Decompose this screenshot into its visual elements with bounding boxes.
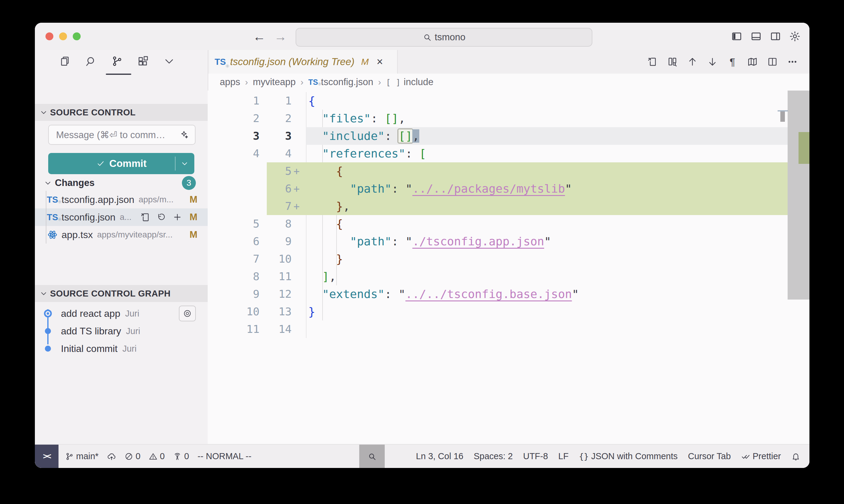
breadcrumb-item-apps[interactable]: apps (220, 77, 240, 88)
activity-source-control-icon[interactable] (111, 54, 123, 69)
status-item-prettier[interactable]: Prettier (741, 451, 781, 461)
status-item-0[interactable]: 0 (149, 451, 165, 461)
stage-icon[interactable] (172, 212, 182, 222)
code-line-4[interactable]: 44 "references": [ (208, 145, 809, 162)
open-changes-icon[interactable] (646, 55, 658, 69)
settings-gear-icon[interactable] (789, 30, 801, 43)
split-editor-icon[interactable] (767, 55, 778, 69)
nav-back-button[interactable]: ← (251, 28, 268, 45)
code-line-7[interactable]: 7+ }, (208, 197, 809, 215)
open-file-icon[interactable] (140, 212, 150, 222)
changes-section-header[interactable]: Changes 3 (35, 174, 208, 192)
breadcrumb-item-include[interactable]: [ ]include (386, 77, 433, 88)
tab-close-icon[interactable]: × (377, 55, 383, 68)
code-line-11[interactable]: 811 ], (208, 268, 809, 285)
status-item-main-[interactable]: main* (65, 451, 99, 461)
source-control-graph-header[interactable]: SOURCE CONTROL GRAPH (35, 285, 208, 302)
nav-forward-button[interactable]: → (272, 28, 289, 45)
commit-button[interactable]: Commit (48, 153, 194, 174)
status-item-0[interactable]: 0 (173, 451, 189, 461)
search-icon (423, 33, 432, 41)
commit-row-2[interactable]: add TS libraryJuri (35, 322, 208, 340)
commit-row-1[interactable]: add react appJuri (35, 305, 208, 322)
map-outline-icon[interactable] (746, 55, 758, 69)
tab-tsconfig-working-tree[interactable]: TS tsconfig.json (Working Tree) M × (209, 50, 398, 74)
editor-pane: 11{22 "files": [],33 "include": [],44 "r… (208, 91, 809, 445)
editor-tab-bar: TS tsconfig.json (Working Tree) M × ¶ (208, 50, 809, 74)
source-control-header[interactable]: SOURCE CONTROL (35, 104, 208, 121)
commit-message: Initial commit (61, 343, 118, 354)
activity-explorer-icon[interactable] (59, 54, 71, 69)
status-item-ln-3-col-16[interactable]: Ln 3, Col 16 (416, 451, 463, 461)
line-number-old: 5 (208, 215, 259, 233)
commit-dropdown-chevron[interactable] (179, 159, 190, 168)
line-number-new: 8 (262, 215, 292, 233)
command-center-search[interactable]: tsmono (296, 28, 592, 47)
code-line-5[interactable]: 5+ { (208, 162, 809, 180)
status-item-0[interactable]: 0 (125, 451, 140, 461)
discard-icon[interactable] (157, 212, 166, 222)
status-item-spaces-2[interactable]: Spaces: 2 (473, 451, 513, 461)
layout-sidebar-right-icon[interactable] (770, 30, 781, 43)
status-bar-left: main*000-- NORMAL -- (65, 445, 251, 468)
status-item-cloud-upload[interactable] (107, 452, 116, 461)
breadcrumb-separator: › (300, 77, 304, 87)
bell-icon (791, 452, 800, 461)
activity-search-icon[interactable] (85, 54, 97, 69)
status-item-cursor-tab[interactable]: Cursor Tab (688, 451, 730, 461)
previous-change-up-icon[interactable] (686, 55, 699, 69)
modified-status-badge: M (189, 229, 197, 240)
code-line-13[interactable]: 1013} (208, 303, 809, 321)
file-name: tsconfig.json (62, 212, 116, 223)
whitespace-pilcrow-icon[interactable]: ¶ (726, 55, 739, 69)
line-number-new: 4 (262, 145, 292, 162)
code-line-1[interactable]: 11{ (208, 92, 809, 110)
status-item-lf[interactable]: LF (558, 451, 569, 461)
status-item-json-with-comments[interactable]: {}JSON with Comments (579, 451, 677, 461)
activity-extensions-icon[interactable] (137, 54, 149, 69)
branch-icon (65, 452, 74, 461)
more-ellipsis-icon[interactable] (787, 55, 798, 69)
ts-file-icon: TS (214, 57, 226, 67)
code-line-6[interactable]: 6+ "path": "../../packages/mytslib" (208, 180, 809, 197)
goto-target-button[interactable] (179, 306, 196, 321)
next-change-down-icon[interactable] (706, 55, 719, 69)
sparkle-icon[interactable] (179, 130, 189, 139)
status-item-bell[interactable] (791, 452, 800, 461)
code-line-8[interactable]: 58 { (208, 215, 809, 233)
commit-row-3[interactable]: Initial commitJuri (35, 340, 208, 357)
minimize-window-button[interactable] (59, 32, 67, 40)
code-line-3[interactable]: 33 "include": [], (208, 127, 809, 145)
code-line-2[interactable]: 22 "files": [], (208, 110, 809, 127)
code-line-9[interactable]: 69 "path": "./tsconfig.app.json" (208, 233, 809, 250)
activity-chevron-down-icon[interactable] (163, 54, 175, 69)
zoom-status-item[interactable] (359, 445, 385, 468)
commit-author: Juri (122, 344, 137, 354)
code-line-14[interactable]: 1114 (208, 321, 809, 338)
breadcrumb-separator: › (245, 77, 248, 87)
layout-panel-icon[interactable] (750, 30, 762, 43)
tab-title: tsconfig.json (Working Tree) (230, 56, 355, 68)
remote-indicator[interactable]: >< (35, 445, 58, 468)
maximize-window-button[interactable] (73, 32, 81, 40)
breadcrumb-item-tsconfig.json[interactable]: TStsconfig.json (308, 77, 373, 88)
breadcrumb-item-myviteapp[interactable]: myviteapp (253, 77, 296, 88)
commit-message-input[interactable]: Message (⌘⏎ to comm… (48, 125, 195, 145)
review-diff-icon[interactable] (666, 55, 678, 69)
close-window-button[interactable] (46, 32, 53, 40)
editor-scrollbar[interactable] (788, 91, 809, 300)
code-line-10[interactable]: 710 } (208, 250, 809, 268)
file-name: app.tsx (62, 229, 93, 240)
status-item-utf-8[interactable]: UTF-8 (523, 451, 548, 461)
layout-sidebar-left-icon[interactable] (730, 30, 743, 43)
code-line-12[interactable]: 912 "extends": "../../tsconfig.base.json… (208, 285, 809, 303)
changed-file-row-app.tsx[interactable]: app.tsxapps/myviteapp/sr...M (35, 226, 208, 244)
source-control-title: SOURCE CONTROL (50, 108, 136, 118)
changed-file-row-tsconfig.app.json[interactable]: TStsconfig.app.jsonapps/m...M (35, 191, 208, 209)
diff-added-marker: + (293, 197, 299, 215)
symbol-array-icon: [ ] (386, 77, 401, 87)
commit-dot (44, 309, 52, 318)
changed-file-row-tsconfig.json[interactable]: TStsconfig.jsona...M (35, 209, 208, 226)
breadcrumb-separator: › (378, 77, 381, 87)
status-item--normal-[interactable]: -- NORMAL -- (198, 451, 252, 461)
